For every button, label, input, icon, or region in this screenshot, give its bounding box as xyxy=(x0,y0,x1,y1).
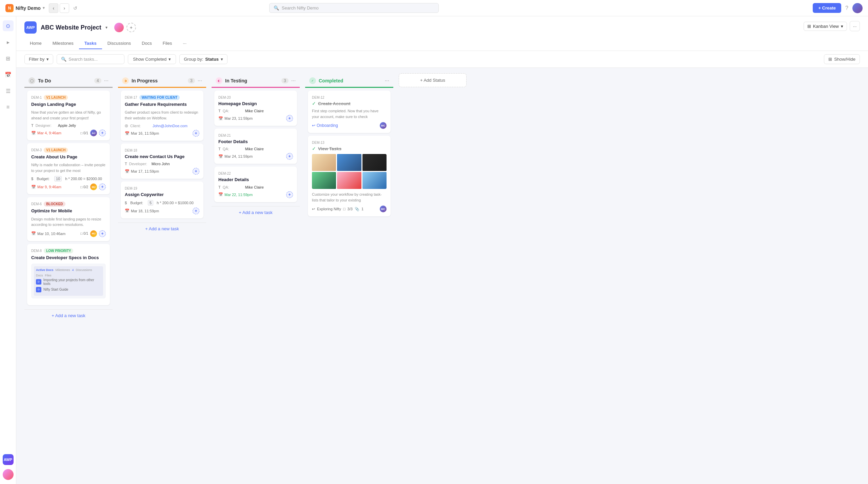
card-dem18-developer: Micro John xyxy=(152,162,170,166)
nav-back-button[interactable]: ‹ xyxy=(49,3,58,13)
kanban-view-button[interactable]: ⊞ Kanban View ▾ xyxy=(804,22,847,31)
add-status-button[interactable]: + Add Status xyxy=(399,73,467,87)
sidebar-calendar-icon[interactable]: 📅 xyxy=(3,69,14,80)
project-dropdown-icon[interactable]: ▾ xyxy=(105,25,107,30)
card-dem17-title: Gather Feature Requirements xyxy=(125,101,199,108)
tab-docs[interactable]: Docs xyxy=(136,38,157,49)
card-dem22[interactable]: DEM-22 Header Details T QA: Mike Claire xyxy=(214,167,297,202)
global-search-placeholder: Search Nifty Demo xyxy=(282,5,319,11)
sidebar-tasks-icon[interactable]: ≡ xyxy=(3,102,14,113)
column-inprogress: ◑ In Progress 3 ··· DEM-17 WAITING FOR C… xyxy=(118,73,206,235)
column-todo-menu[interactable]: ··· xyxy=(104,78,108,84)
card-dem22-add-member[interactable]: + xyxy=(286,191,293,198)
card-dem20[interactable]: DEM-20 Homepage Design T QA: Mike Claire xyxy=(214,91,297,126)
doc-row-2: D Nifty Start Guide xyxy=(36,287,101,292)
card-dem21-add-member[interactable]: + xyxy=(286,153,293,160)
user-avatar[interactable] xyxy=(852,3,863,13)
card-dem19-date: 📅 Mar 18, 11:59pm xyxy=(125,209,159,213)
card-dem17-add-member[interactable]: + xyxy=(193,130,199,137)
card-dem17-date: 📅 Mar 16, 11:59pm xyxy=(125,131,159,136)
card-dem21[interactable]: DEM-21 Footer Details T QA: Mike Claire xyxy=(214,129,297,164)
help-icon[interactable]: ? xyxy=(845,5,848,11)
card-dem1-subtasks: □ 0/1 xyxy=(80,131,88,135)
app-dropdown-icon[interactable]: ▾ xyxy=(43,6,45,10)
show-completed-dropdown-icon: ▾ xyxy=(169,57,171,62)
card-dem6-id: DEM-6 BLOCKED xyxy=(31,201,65,207)
card-dem12-onboarding[interactable]: ↩ Onboarding xyxy=(312,123,338,128)
card-dem18-add-member[interactable]: + xyxy=(193,168,199,175)
card-img-3 xyxy=(362,154,387,171)
sidebar-home-icon[interactable]: ⊙ xyxy=(3,20,14,31)
show-hide-icon: ⊞ xyxy=(828,57,832,62)
card-dem6-subtasks: □ 0/1 xyxy=(80,232,88,235)
tab-files[interactable]: Files xyxy=(157,38,177,49)
doc-row-1: D Importing your projects from other too… xyxy=(36,278,101,286)
card-dem20-add-member[interactable]: + xyxy=(286,115,293,122)
show-hide-button[interactable]: ⊞ Show/Hide xyxy=(824,54,860,64)
sidebar-project-avatar[interactable]: AWP xyxy=(3,454,14,465)
group-by-button[interactable]: Group by: Status ▾ xyxy=(179,54,228,64)
global-search[interactable]: 🔍 Search Nifty Demo xyxy=(269,3,439,13)
column-todo-icon: ◯ xyxy=(28,77,35,84)
doc-icon-2: D xyxy=(36,287,41,292)
filter-button[interactable]: Filter by ▾ xyxy=(24,54,53,64)
card-dem17-badge: WAITING FOR CLIENT xyxy=(139,95,180,100)
column-inprogress-cards: DEM-17 WAITING FOR CLIENT Gather Feature… xyxy=(118,88,206,221)
card-dem1[interactable]: DEM-1 V1 LAUNCH Design Landing Page Now … xyxy=(27,91,110,140)
card-dem17[interactable]: DEM-17 WAITING FOR CLIENT Gather Feature… xyxy=(121,91,203,141)
card-dem1-add-member[interactable]: + xyxy=(99,130,106,136)
card-dem1-avatar: AJ xyxy=(90,130,97,136)
todo-add-task-button[interactable]: + Add a new task xyxy=(24,309,113,322)
sidebar-list-icon[interactable]: ☰ xyxy=(3,85,14,96)
task-search-input[interactable]: 🔍 Search tasks... xyxy=(57,54,124,64)
card-dem19-id: DEM-19 xyxy=(125,187,137,190)
sidebar-user-avatar2[interactable] xyxy=(3,469,14,480)
doc-icon-1: D xyxy=(36,279,41,285)
card-dem8[interactable]: DEM-8 LOW PRIORITY Create Developer Spec… xyxy=(27,244,110,305)
sidebar: ⊙ ▸ ⊞ 📅 ☰ ≡ AWP xyxy=(0,16,16,484)
card-dem19[interactable]: DEM-19 Assign Copywriter $ Budget: 5 h *… xyxy=(121,181,203,218)
tab-tasks[interactable]: Tasks xyxy=(79,38,102,49)
more-options-button[interactable]: ··· xyxy=(850,21,860,31)
create-button[interactable]: + Create xyxy=(813,3,841,13)
card-img-5 xyxy=(337,172,361,189)
card-dem6[interactable]: DEM-6 BLOCKED Optimize for Mobile Design… xyxy=(27,197,110,241)
inprogress-add-task-button[interactable]: + Add a new task xyxy=(118,222,206,235)
history-button[interactable]: ↺ xyxy=(71,3,80,13)
card-dem20-date: 📅 Mar 23, 11:59pm xyxy=(218,116,253,121)
sidebar-expand-icon[interactable]: ▸ xyxy=(3,37,14,47)
tab-discussions[interactable]: Discussions xyxy=(102,38,136,49)
card-dem8-doc-preview: Active Docs Milestones 4 Discussions Doc… xyxy=(31,264,106,298)
card-dem3-add-member[interactable]: + xyxy=(99,183,106,190)
intesting-add-task-button[interactable]: + Add a new task xyxy=(212,206,300,218)
project-tabs: Home Milestones Tasks Discussions Docs F… xyxy=(24,35,192,49)
card-dem12[interactable]: DEM-12 ✓ Create Account First step compl… xyxy=(308,91,391,133)
group-by-value: Status xyxy=(205,57,219,62)
column-completed-menu[interactable]: ··· xyxy=(385,78,389,84)
app-logo[interactable]: N Nifty Demo ▾ xyxy=(5,4,45,12)
card-dem6-avatar: MJ xyxy=(90,230,97,237)
project-actions: + xyxy=(114,23,136,32)
tab-home[interactable]: Home xyxy=(24,38,47,49)
column-inprogress-menu[interactable]: ··· xyxy=(198,78,202,84)
tab-milestones[interactable]: Milestones xyxy=(47,38,79,49)
project-user-avatar[interactable] xyxy=(114,23,124,32)
show-completed-button[interactable]: Show Completed ▾ xyxy=(128,54,176,64)
add-member-button[interactable]: + xyxy=(126,23,136,32)
column-intesting-menu[interactable]: ··· xyxy=(291,78,296,84)
card-dem18[interactable]: DEM-18 Create new Contact Us Page T Deve… xyxy=(121,143,203,179)
card-dem3[interactable]: DEM-3 V1 LAUNCH Create About Us Page Nif… xyxy=(27,143,110,194)
nav-forward-button[interactable]: › xyxy=(60,3,69,13)
card-dem3-id: DEM-3 V1 LAUNCH xyxy=(31,148,68,153)
card-dem19-add-member[interactable]: + xyxy=(193,208,199,214)
column-intesting-title: In Testing xyxy=(225,78,279,83)
card-dem6-add-member[interactable]: + xyxy=(99,230,106,237)
card-dem13[interactable]: DEM-13 ✓ View Tasks xyxy=(308,136,391,216)
card-dem13-subtasks: 3/3 xyxy=(348,207,353,211)
filter-dropdown-icon: ▾ xyxy=(46,57,49,62)
sidebar-grid-icon[interactable]: ⊞ xyxy=(3,53,14,64)
card-dem17-desc: Gather product specs from client to rede… xyxy=(125,110,199,121)
column-todo-header: ◯ To Do 4 ··· xyxy=(24,73,113,88)
card-dem13-link-icon: ↩ xyxy=(312,207,315,211)
tab-more[interactable]: ··· xyxy=(177,38,192,49)
